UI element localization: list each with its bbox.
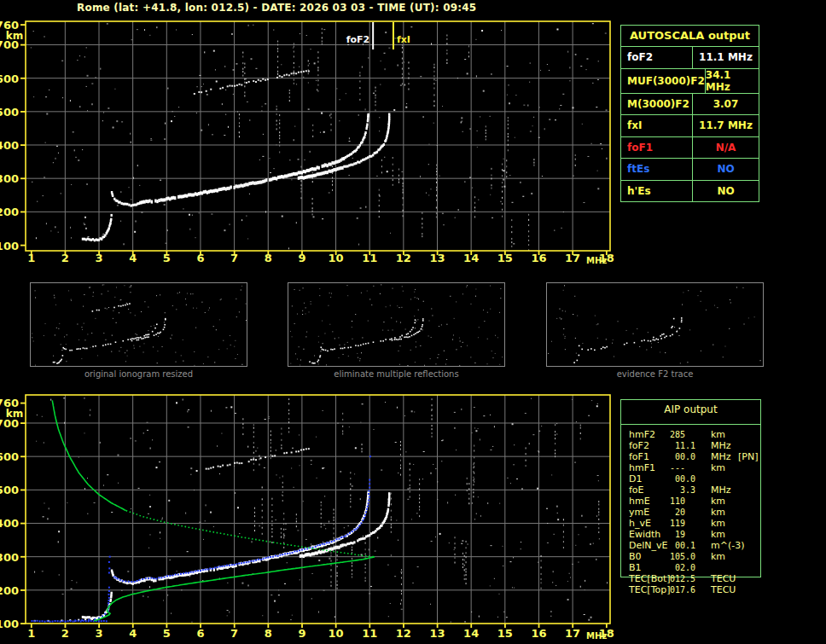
svg-text:100: 100 (0, 618, 19, 630)
aip-row-value: 00.0 (670, 473, 695, 484)
aip-row-D1: D1 00.0 (620, 473, 774, 484)
svg-text:10: 10 (329, 627, 344, 640)
aip-row-unit: m^(-3) (711, 540, 744, 551)
aip-row-label: ymE (629, 507, 649, 518)
svg-text:2: 2 (61, 627, 69, 640)
aip-row-DelN_vE: DelN_vE 00.1m^(-3) (620, 540, 774, 551)
aip-row-value: --- (670, 462, 685, 473)
svg-text:300: 300 (0, 172, 19, 185)
aip-row-unit: km (711, 507, 725, 518)
aip-row-unit: km (711, 429, 725, 440)
noise-speckle (31, 23, 608, 254)
svg-text:2: 2 (61, 252, 69, 264)
aip-row-unit: km (711, 551, 725, 562)
svg-text:12: 12 (396, 252, 411, 264)
plot-area (26, 395, 610, 624)
svg-text:600: 600 (0, 73, 19, 85)
svg-text:4: 4 (129, 252, 137, 264)
autoscala-app-window: Rome (lat: +41.8, lon: 012.5) - DATE: 20… (0, 0, 826, 644)
autoscala-row-label: foF1 (621, 142, 692, 154)
aip-output-table: AIP output hmF2285kmfoF2 11.1MHzfoF1 00.… (620, 399, 774, 604)
autoscala-row-value: 11.7 MHz (692, 115, 759, 136)
plot-area (26, 21, 610, 254)
aip-row-unit: MHz (711, 451, 731, 462)
plot-border (26, 21, 610, 251)
series-second-reflection (196, 448, 310, 472)
aip-row-label: h_vE (629, 518, 651, 529)
aip-row-hmF2: hmF2285km (620, 429, 774, 440)
aip-row-B1: B1 02.0 (620, 562, 774, 573)
aip-row-label: foF2 (629, 440, 649, 451)
autoscala-row-fxI: fxI11.7 MHz (621, 115, 759, 137)
aip-row-value: 00.0 (670, 451, 695, 462)
aip-row-label: DelN_vE (629, 540, 667, 551)
svg-text:600: 600 (0, 450, 19, 463)
thumbnail-caption: evidence F2 trace (546, 369, 764, 380)
autoscala-row-value: 3.07 (692, 94, 759, 115)
aip-row-ymE: ymE 20km (620, 507, 774, 518)
autoscala-row-foF1: foF1N/A (621, 137, 759, 160)
svg-text:15: 15 (497, 252, 513, 264)
svg-text:17: 17 (565, 252, 580, 264)
svg-text:7: 7 (230, 252, 238, 264)
svg-text:8: 8 (265, 627, 272, 640)
aip-table-title: AIP output (620, 403, 761, 415)
autoscala-output-table: AUTOSCALA output foF211.1 MHzMUF(3000)F2… (620, 25, 759, 202)
recorded-ionogram-plot: foF2fxI100200300400500600700760km1234567… (0, 0, 623, 271)
autoscala-row-value: NO (692, 159, 759, 180)
axis-labels: 100200300400500600700760km12345678910111… (0, 19, 614, 265)
svg-text:8: 8 (265, 252, 272, 264)
svg-text:10: 10 (329, 252, 344, 264)
svg-text:16: 16 (531, 627, 546, 640)
aip-row-note: [PN] (738, 451, 758, 462)
aip-row-value: 19 (670, 529, 685, 540)
svg-text:200: 200 (0, 206, 19, 218)
autoscala-row-h'Es: h'EsNO (621, 181, 759, 202)
aip-row-label: hmF1 (629, 462, 655, 473)
aip-row-Ewidth: Ewidth 19km (620, 529, 774, 540)
series-profile-topside (52, 400, 125, 510)
svg-text:MHz: MHz (586, 256, 607, 265)
series-second-reflection (194, 70, 310, 95)
aip-row-value: 02.0 (670, 562, 695, 573)
aip-row-value: 285 (670, 429, 685, 440)
autoscala-row-label: M(3000)F2 (621, 98, 692, 110)
aip-row-value: 20 (670, 507, 685, 518)
thumbnail-caption: original ionogram resized (30, 369, 247, 380)
svg-text:14: 14 (463, 252, 479, 264)
svg-text:km: km (6, 30, 23, 42)
svg-text:4: 4 (129, 627, 137, 640)
svg-text:11: 11 (362, 252, 377, 264)
thumbnail-f2-trace-evidence (546, 282, 764, 367)
aip-row-value: 012.5 (670, 573, 695, 584)
aip-row-unit: km (711, 462, 725, 473)
autoscala-row-ftEs: ftEsNO (621, 159, 759, 181)
series-F-trace-ordinary (111, 491, 369, 585)
autoscala-row-value: 11.1 MHz (692, 47, 759, 68)
thumbnail-border (31, 283, 247, 367)
aip-row-value: 110 (670, 496, 685, 507)
aip-row-TEC[Top]: TEC[Top]017.6TECU (620, 584, 774, 595)
svg-text:1: 1 (27, 252, 35, 264)
svg-text:500: 500 (0, 106, 19, 119)
aip-row-value: 105.0 (670, 551, 695, 562)
svg-text:400: 400 (0, 139, 19, 152)
aip-row-label: foE (629, 484, 644, 496)
svg-text:3: 3 (95, 252, 102, 264)
autoscala-row-value: 34.1 MHz (705, 69, 759, 93)
profile-ionogram-plot: 100200300400500600700760km12345678910111… (0, 384, 623, 644)
aip-row-unit: TECU (711, 573, 736, 584)
aip-row-foF2: foF2 11.1MHz (620, 440, 774, 451)
grid-lines (26, 21, 610, 251)
series-profile-upper-dotted (126, 511, 375, 557)
aip-row-h_vE: h_vE119km (620, 518, 774, 529)
svg-text:200: 200 (0, 584, 19, 597)
autoscala-table-title: AUTOSCALA output (621, 26, 759, 47)
svg-text:6: 6 (196, 252, 204, 264)
aip-row-label: D1 (629, 473, 642, 484)
svg-text:17: 17 (565, 627, 580, 640)
aip-row-label: Ewidth (629, 529, 660, 540)
thumbnail-caption: eliminate multiple reflections (288, 369, 505, 380)
marker-foF2: foF2 (346, 22, 374, 49)
svg-text:6: 6 (196, 627, 204, 640)
